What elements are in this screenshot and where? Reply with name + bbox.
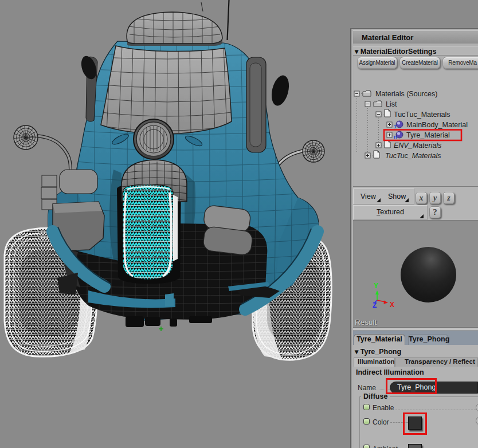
svg-text:List: List (386, 100, 397, 108)
svg-text:Y: Y (374, 282, 378, 290)
svg-text:Materials (Sources): Materials (Sources) (375, 90, 437, 98)
svg-text:Z: Z (373, 301, 377, 309)
svg-text:X: X (390, 301, 394, 309)
svg-text:TucTuc_Materials: TucTuc_Materials (394, 111, 450, 119)
svg-text:1: 1 (394, 124, 397, 129)
svg-text:TucTuc_Materials: TucTuc_Materials (385, 152, 441, 160)
svg-text:n: n (394, 134, 397, 140)
svg-text:ENV_Materials: ENV_Materials (394, 142, 441, 150)
svg-text:Tyre_Material: Tyre_Material (406, 131, 450, 139)
svg-text:MainBody_Material: MainBody_Material (406, 121, 468, 129)
